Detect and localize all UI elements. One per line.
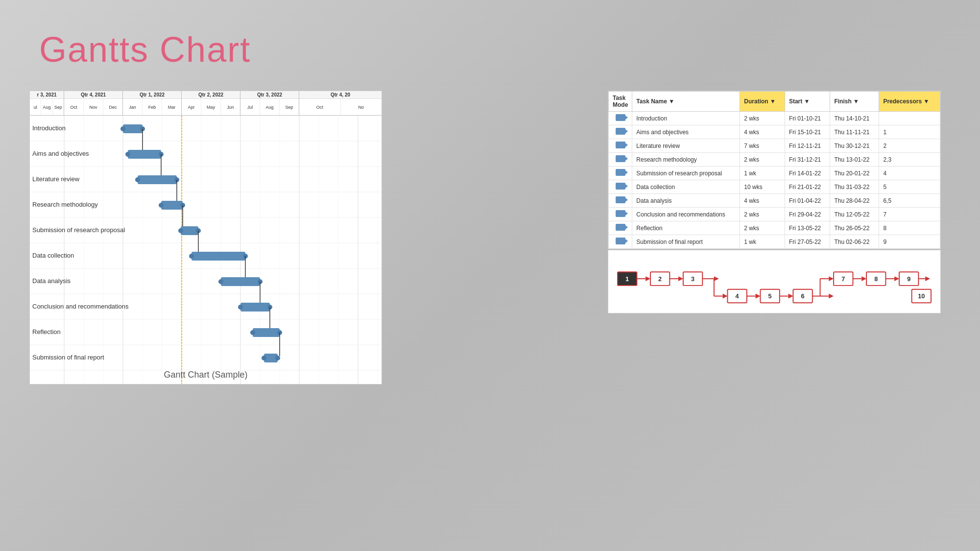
task-mode-cell [609,153,632,167]
task-label-dataanalysis: Data analysis [32,277,71,285]
table-row: Research methodology2 wksFri 31-12-21Thu… [609,153,940,167]
task-label-finalreport: Submission of final report [32,354,104,361]
network-svg: 1 2 3 4 [608,250,940,313]
task-mode-cell [609,208,632,221]
task-mode-cell [609,221,632,235]
task-start-cell: Fri 12-11-21 [785,139,830,153]
task-pred-cell: 8 [879,221,940,235]
task-label-lit: Literature review [32,175,80,183]
network-node-6-label: 6 [801,292,805,300]
svg-marker-65 [714,276,719,281]
svg-marker-67 [756,294,761,299]
month-aug: Aug [41,99,52,115]
task-finish-cell: Thu 02-06-22 [830,235,879,249]
table-row: Data analysis4 wksFri 01-04-22Thu 28-04-… [609,194,940,208]
bar-introduction [123,124,143,133]
task-mode-cell [609,139,632,153]
svg-point-56 [275,356,280,360]
table-row: Literature review7 wksFri 12-11-21Thu 30… [609,139,940,153]
task-duration-cell: 2 wks [740,153,785,167]
month-jan: Jan [123,99,143,115]
quarter-label-q4-2021: Qtr 4, 2021 [64,91,122,99]
svg-marker-58 [645,276,650,281]
th-task-name: Task Name ▼ [632,92,740,112]
network-diagram: 1 2 3 4 [608,250,941,313]
task-start-cell: Fri 13-05-22 [785,221,830,235]
network-node-8-label: 8 [874,275,878,283]
svg-marker-69 [789,294,793,299]
task-duration-cell: 7 wks [740,139,785,153]
month-aug-q3: Aug [260,99,280,115]
task-start-cell: Fri 01-10-21 [785,112,830,125]
task-duration-cell: 4 wks [740,125,785,139]
task-label-reflection: Reflection [32,328,61,335]
svg-marker-79 [894,276,899,281]
svg-marker-64 [723,294,728,299]
month-jul-q3: Jul [240,99,260,115]
task-name-cell: Conclusion and recommendations [632,208,740,221]
task-pred-cell: 9 [879,235,940,249]
timeline-header: r 3, 2021 ul Aug Sep Qtr 4, 2021 Oct Nov… [30,91,382,116]
task-pred-cell: 2,3 [879,153,940,167]
quarter-label-q4-partial: Qtr 4, 20 [299,91,382,99]
table-row: Submission of research proposal1 wkFri 1… [609,167,940,180]
month-sep: Sep [53,99,64,115]
svg-point-28 [120,126,125,131]
task-mode-cell [609,180,632,194]
gantt-chart-area: r 3, 2021 ul Aug Sep Qtr 4, 2021 Oct Nov… [29,91,382,384]
network-node-10-label: 10 [918,292,925,300]
month-jun: Jun [221,99,240,115]
bar-conclusion [240,303,270,311]
task-pred-cell: 4 [879,167,940,180]
task-duration-cell: 1 wk [740,167,785,180]
task-name-cell: Submission of final report [632,235,740,249]
svg-point-31 [125,152,130,157]
month-oct-q4: Oct [64,99,84,115]
task-start-cell: Fri 31-12-21 [785,153,830,167]
th-finish: Finish ▼ [830,92,879,112]
svg-point-37 [159,203,164,208]
quarter-label-q3-2022: Qtr 3, 2022 [240,91,299,99]
bar-submission-proposal [181,226,198,235]
task-mode-cell [609,167,632,180]
quarter-label-partial: r 3, 2021 [30,91,64,99]
task-label-datacollection: Data collection [32,252,74,259]
task-label-submission: Submission of research proposal [32,226,125,234]
task-name-cell: Aims and objectives [632,125,740,139]
table-row: Data collection10 wksFri 21-01-22Thu 31-… [609,180,940,194]
task-duration-cell: 4 wks [740,194,785,208]
task-mode-cell [609,112,632,125]
task-label-conclusion: Conclusion and recommendations [32,303,129,310]
month-mar: Mar [162,99,181,115]
bar-research-methodology [161,201,183,210]
task-name-cell: Reflection [632,221,740,235]
table-row: Conclusion and recommendations2 wksFri 2… [609,208,940,221]
task-table-container: TaskMode Task Name ▼ Duration ▼ Start ▼ … [608,91,941,249]
task-pred-cell: 2 [879,139,940,153]
task-name-cell: Submission of research proposal [632,167,740,180]
task-start-cell: Fri 15-10-21 [785,125,830,139]
svg-point-40 [178,228,183,233]
bar-data-collection [191,252,245,261]
task-start-cell: Fri 29-04-22 [785,208,830,221]
gantt-bars-svg: Introduction Aims and objectives Literat… [30,116,382,384]
th-start: Start ▼ [785,92,830,112]
svg-point-34 [135,177,140,182]
month-apr: Apr [182,99,201,115]
task-finish-cell: Thu 12-05-22 [830,208,879,221]
month-nov-q4-2022: No [341,99,382,115]
task-pred-cell: 1 [879,125,940,139]
quarter-label-q1-2022: Qtr 1, 2022 [123,91,181,99]
network-node-7-label: 7 [841,275,845,283]
month-may: May [201,99,221,115]
task-duration-cell: 1 wk [740,235,785,249]
bar-literature [138,175,177,184]
task-mode-cell [609,194,632,208]
task-label-aims: Aims and objectives [32,150,89,157]
task-name-cell: Research methodology [632,153,740,167]
task-pred-cell: 6,5 [879,194,940,208]
page-title: Gantts Chart [39,29,251,70]
quarter-label-q2-2022: Qtr 2, 2022 [182,91,240,99]
month-jul: ul [30,99,41,115]
table-row: Submission of final report1 wkFri 27-05-… [609,235,940,249]
